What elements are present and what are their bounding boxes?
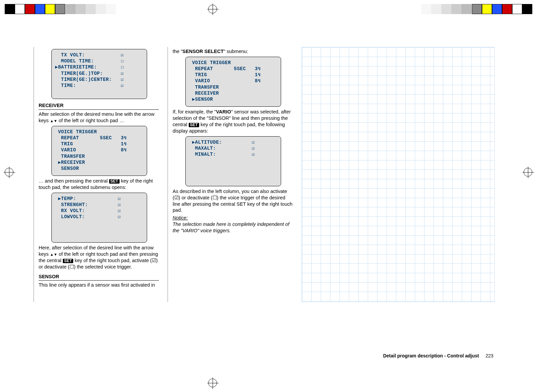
arrows-up-down-icon: ▲▼ [50, 252, 57, 256]
paragraph: If, for example, the "VARIO" sensor was … [173, 109, 293, 134]
paragraph: After selection of the desired menu line… [39, 111, 159, 124]
reg-squares-tr [472, 4, 532, 14]
lcd-screen-4: VOICE TRIGGER REPEAT 5SEC 3↯ TRIG 1↯ VAR… [185, 57, 281, 107]
text: " submenu: [224, 49, 248, 54]
paragraph: As described in the left column, you can… [173, 188, 293, 213]
reg-squares-tl [5, 4, 65, 14]
reg-crosshair-left [5, 168, 13, 177]
reg-crosshair-right [524, 168, 532, 177]
paragraph: … and then pressing the central SET key … [39, 178, 159, 191]
set-key-icon: SET [63, 259, 73, 263]
footer-text: Detail program description - Control adj… [383, 353, 479, 358]
paragraph: the "SENSOR SELECT" submenu: [173, 48, 293, 55]
section-heading-receiver: RECEIVER [39, 102, 159, 110]
lcd-screen-5: ▶ALTITUDE: ☑ MAXALT: ☑ MINALT: ☑ [185, 136, 281, 186]
paragraph: Here, after selection of the desired lin… [39, 245, 159, 270]
text: of the left or right touch pad … [59, 118, 124, 123]
reg-crosshair-bottom [208, 379, 217, 387]
text: … and then pressing the central [39, 178, 109, 184]
lcd-screen-3: ▶TEMP: ☑ STRENGHT: ☑ RX VOLT: ☑ LOWVOLT:… [51, 193, 147, 243]
notice: Notice: The selection made here is compl… [173, 215, 293, 234]
text: the " [173, 49, 182, 54]
footer: Detail program description - Control adj… [383, 353, 493, 358]
grid-notepaper [302, 47, 495, 302]
lcd-screen-1: TX VOLT: ☑ MODEL TIME: ☐ ▶BATTERIETIME: … [51, 49, 147, 99]
section-heading-sensor: SENSOR [39, 274, 159, 281]
page-number: 223 [486, 353, 493, 358]
notice-text: The selection made here is completely in… [173, 222, 289, 233]
set-key-icon: SET [189, 123, 199, 127]
paragraph: This line only appears if a sensor was f… [39, 282, 159, 288]
arrows-up-down-icon: ▲▼ [50, 119, 57, 123]
bold-text: SENSOR SELECT [182, 49, 223, 54]
text: If, for example, the " [173, 109, 216, 114]
column-3 [302, 47, 500, 302]
page: TX VOLT: ☑ MODEL TIME: ☐ ▶BATTERIETIME: … [20, 20, 517, 372]
grey-ramp-tr [421, 4, 472, 14]
column-1: TX VOLT: ☑ MODEL TIME: ☐ ▶BATTERIETIME: … [34, 47, 160, 302]
set-key-icon: SET [109, 179, 120, 184]
bold-text: VARIO [216, 109, 231, 114]
notice-label: Notice: [173, 215, 188, 220]
grey-ramp-tl [65, 4, 116, 14]
lcd-screen-2: VOICE TRIGGER REPEAT 5SEC 3↯ TRIG 1↯ VAR… [51, 126, 147, 176]
column-2: the "SENSOR SELECT" submenu: VOICE TRIGG… [168, 47, 294, 302]
reg-crosshair-top [208, 5, 217, 13]
